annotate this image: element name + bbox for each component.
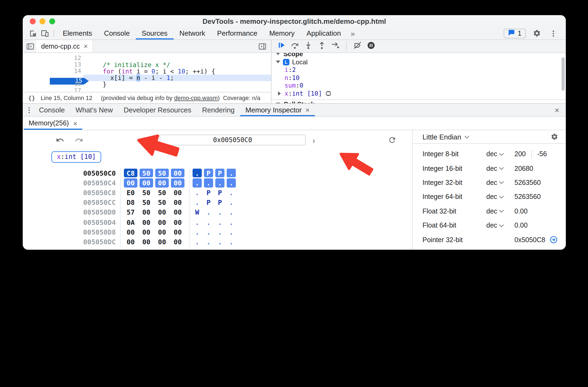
memory-ascii[interactable]: . <box>215 237 224 246</box>
memory-byte[interactable]: 00 <box>140 237 153 246</box>
zoom-window-button[interactable] <box>49 18 55 24</box>
scope-variable[interactable]: n: 10 <box>272 74 566 82</box>
memory-byte[interactable]: 00 <box>171 218 184 227</box>
memory-chip-icon[interactable] <box>325 90 332 97</box>
address-input[interactable] <box>160 135 306 145</box>
close-icon[interactable]: × <box>73 120 77 127</box>
device-toolbar-icon[interactable] <box>39 27 51 39</box>
code-line[interactable]: 14for (int i = 0; i < 10; ++i) { <box>23 68 271 75</box>
code-line[interactable]: 12 <box>23 55 271 62</box>
memory-byte[interactable]: 00 <box>155 237 169 246</box>
memory-ascii[interactable]: . <box>227 169 236 178</box>
scope-variable[interactable]: sum: 0 <box>272 82 566 89</box>
close-drawer-icon[interactable]: × <box>554 104 559 116</box>
code-line[interactable]: 17 <box>23 88 271 92</box>
memory-ascii[interactable]: . <box>215 208 224 217</box>
memory-byte[interactable]: 00 <box>155 178 169 187</box>
format-braces-icon[interactable]: {} <box>28 94 35 101</box>
interpreter-settings-gear-icon[interactable] <box>551 133 558 141</box>
code-line[interactable]: 16} <box>23 81 271 88</box>
memory-ascii[interactable]: . <box>227 237 236 246</box>
issues-counter[interactable]: 1 <box>504 28 526 38</box>
step-into-icon[interactable] <box>304 41 313 52</box>
memory-ascii[interactable]: . <box>193 218 202 227</box>
memory-byte[interactable]: 57 <box>124 208 137 217</box>
memory-byte[interactable]: 00 <box>155 228 169 236</box>
memory-ascii[interactable]: . <box>227 188 236 197</box>
step-out-icon[interactable] <box>318 41 326 52</box>
memory-ascii[interactable]: . <box>227 178 236 187</box>
drawer-tab-memory-inspector[interactable]: Memory Inspector× <box>240 104 315 116</box>
drawer-menu-icon[interactable]: ⋮ <box>25 104 34 116</box>
memory-byte[interactable]: D8 <box>124 198 137 207</box>
memory-ascii[interactable]: . <box>193 228 202 236</box>
tab-console[interactable]: Console <box>98 27 136 39</box>
memory-ascii[interactable]: P <box>204 188 213 197</box>
next-page-icon[interactable]: › <box>310 135 318 145</box>
memory-byte[interactable]: 50 <box>155 169 169 178</box>
tab-elements[interactable]: Elements <box>57 27 98 39</box>
memory-byte[interactable]: 50 <box>155 198 169 207</box>
scope-variable[interactable]: x: int [10] <box>272 89 566 97</box>
memory-ascii[interactable]: P <box>215 169 224 178</box>
deactivate-breakpoints-icon[interactable] <box>353 41 362 52</box>
inspect-element-icon[interactable] <box>27 27 39 39</box>
memory-byte[interactable]: 00 <box>171 198 184 207</box>
memory-byte[interactable]: E0 <box>124 188 137 197</box>
memory-byte[interactable]: 00 <box>155 208 169 217</box>
memory-ascii[interactable]: . <box>193 169 202 178</box>
tab-memory[interactable]: Memory <box>263 27 300 39</box>
toggle-navigator-icon[interactable] <box>24 40 36 52</box>
memory-ascii[interactable]: P <box>215 188 224 197</box>
memory-byte[interactable]: C8 <box>124 169 137 178</box>
memory-ascii[interactable]: . <box>227 208 236 217</box>
memory-ascii[interactable]: . <box>227 198 236 207</box>
memory-byte[interactable]: 00 <box>124 178 137 187</box>
memory-ascii[interactable]: . <box>204 178 213 187</box>
highlighted-memory-tag[interactable]: x: int [10] <box>51 151 101 162</box>
format-select[interactable]: dec <box>486 165 514 172</box>
memory-ascii[interactable]: . <box>193 178 202 187</box>
memory-ascii[interactable]: . <box>204 208 213 217</box>
tab-network[interactable]: Network <box>173 27 211 39</box>
memory-byte[interactable]: 00 <box>171 237 184 246</box>
memory-byte[interactable]: 00 <box>171 208 184 217</box>
memory-byte[interactable]: 00 <box>171 188 184 197</box>
call-stack-section-header[interactable]: Call Stack <box>272 99 566 103</box>
memory-ascii[interactable]: . <box>204 228 213 236</box>
wasm-link[interactable]: demo-cpp.wasm <box>174 95 218 101</box>
redo-icon[interactable] <box>74 136 84 144</box>
code-line[interactable]: 15 x[i] = n - i - 1; <box>23 75 271 81</box>
settings-gear-icon[interactable] <box>531 29 543 37</box>
memory-ascii[interactable]: . <box>227 218 236 227</box>
tab-sources[interactable]: Sources <box>136 27 173 39</box>
memory-ascii[interactable]: . <box>204 237 213 246</box>
memory-ascii[interactable]: . <box>204 218 213 227</box>
memory-ascii[interactable]: P <box>204 169 213 178</box>
memory-byte[interactable]: 50 <box>155 188 169 197</box>
resume-script-icon[interactable] <box>278 41 286 51</box>
tab-application[interactable]: Application <box>300 27 347 39</box>
memory-byte[interactable]: 00 <box>140 178 153 187</box>
step-over-icon[interactable] <box>290 41 299 52</box>
endianness-select[interactable]: Little Endian <box>422 133 468 141</box>
memory-ascii[interactable]: . <box>193 237 202 246</box>
memory-ascii[interactable]: . <box>193 188 202 197</box>
format-select[interactable]: dec <box>486 179 514 186</box>
drawer-tab-console[interactable]: Console <box>34 104 70 116</box>
memory-byte[interactable]: 00 <box>124 237 137 246</box>
memory-tab[interactable]: Memory(256) × <box>24 117 82 130</box>
code-line[interactable]: 13/* initialize x */ <box>23 62 271 68</box>
close-icon[interactable]: × <box>84 43 88 50</box>
memory-byte[interactable]: 00 <box>140 218 153 227</box>
pause-on-exceptions-icon[interactable] <box>367 41 375 52</box>
memory-byte[interactable]: 00 <box>171 178 184 187</box>
memory-ascii[interactable]: . <box>227 228 236 236</box>
memory-ascii[interactable]: . <box>215 178 224 187</box>
memory-byte[interactable]: 00 <box>155 218 169 227</box>
scope-local-row[interactable]: L Local <box>272 58 566 66</box>
expand-arrow-icon[interactable] <box>278 91 285 96</box>
memory-ascii[interactable]: P <box>204 198 213 207</box>
memory-byte[interactable]: 00 <box>140 228 153 236</box>
tab-overflow-chevron[interactable]: » <box>347 27 359 39</box>
